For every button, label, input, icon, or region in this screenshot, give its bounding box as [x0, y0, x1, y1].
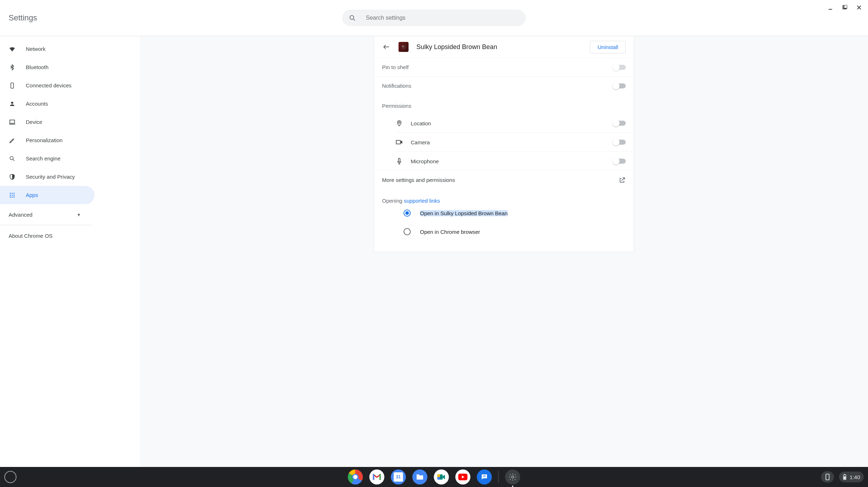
- more-settings-label: More settings and permissions: [382, 177, 455, 183]
- uninstall-button[interactable]: Uninstall: [590, 41, 626, 53]
- pin-to-shelf-label: Pin to shelf: [382, 64, 409, 70]
- status-tray[interactable]: 1:40: [839, 472, 864, 482]
- radio-button[interactable]: [404, 209, 411, 217]
- close-button[interactable]: [855, 4, 863, 11]
- camera-toggle[interactable]: [614, 140, 626, 145]
- phone-icon: [9, 82, 16, 89]
- sidebar: Network Bluetooth Connected devices Acco…: [0, 36, 140, 467]
- location-toggle[interactable]: [614, 121, 626, 126]
- shelf-app-messages[interactable]: [477, 469, 492, 484]
- apps-grid-icon: [9, 192, 16, 199]
- minimize-button[interactable]: [826, 4, 834, 11]
- sidebar-item-label: Personalization: [26, 137, 63, 143]
- svg-point-15: [14, 193, 15, 194]
- shelf-app-gmail[interactable]: [369, 469, 385, 484]
- sidebar-item-security-privacy[interactable]: Security and Privacy: [0, 168, 95, 186]
- svg-point-17: [12, 194, 13, 196]
- about-chrome-os[interactable]: About Chrome OS: [0, 225, 140, 246]
- shelf-app-calendar[interactable]: 31: [391, 469, 406, 484]
- permission-location-label: Location: [411, 120, 431, 126]
- back-button[interactable]: [382, 43, 391, 51]
- radio-open-in-chrome[interactable]: Open in Chrome browser: [382, 222, 626, 241]
- advanced-toggle[interactable]: Advanced ▼: [0, 204, 140, 225]
- svg-rect-37: [844, 476, 845, 479]
- sidebar-item-search-engine[interactable]: Search engine: [0, 149, 95, 168]
- search-icon: [9, 155, 16, 162]
- pencil-icon: [9, 137, 16, 144]
- external-link-icon: [619, 177, 626, 184]
- permissions-heading: Permissions: [374, 95, 634, 109]
- svg-point-20: [12, 196, 13, 197]
- svg-rect-2: [844, 5, 847, 8]
- sidebar-item-label: Network: [26, 46, 46, 52]
- radio-button[interactable]: [404, 228, 411, 235]
- svg-rect-36: [844, 474, 845, 475]
- bluetooth-icon: [9, 64, 16, 71]
- wifi-icon: [9, 45, 16, 53]
- svg-point-14: [12, 193, 13, 194]
- sidebar-item-label: Bluetooth: [26, 64, 48, 70]
- sidebar-item-connected-devices[interactable]: Connected devices: [0, 76, 95, 95]
- shelf-app-chrome[interactable]: [348, 469, 363, 484]
- header: Settings: [0, 0, 868, 36]
- shelf-app-files[interactable]: [412, 469, 428, 484]
- phone-hub-tray[interactable]: [821, 471, 834, 483]
- more-settings-row[interactable]: More settings and permissions: [374, 170, 634, 189]
- radio-open-in-app[interactable]: Open in Sulky Lopsided Brown Bean: [382, 204, 626, 222]
- svg-rect-34: [826, 474, 829, 480]
- sidebar-item-label: Connected devices: [26, 82, 72, 88]
- advanced-label: Advanced: [9, 212, 33, 218]
- pin-to-shelf-row: Pin to shelf: [374, 58, 634, 76]
- shelf-app-meet[interactable]: [434, 469, 449, 484]
- page-title: Settings: [9, 13, 37, 23]
- microphone-icon: [396, 158, 403, 165]
- svg-point-22: [402, 46, 404, 47]
- sidebar-item-device[interactable]: Device: [0, 113, 95, 131]
- svg-rect-28: [438, 474, 440, 477]
- search-box[interactable]: [342, 10, 526, 26]
- notifications-row: Notifications: [374, 76, 634, 95]
- notifications-toggle[interactable]: [614, 83, 626, 88]
- sidebar-item-label: Device: [26, 119, 42, 125]
- permission-location-row: Location: [374, 114, 634, 132]
- maximize-button[interactable]: [841, 4, 849, 11]
- sidebar-item-accounts[interactable]: Accounts: [0, 95, 95, 113]
- clock: 1:40: [850, 474, 860, 480]
- sidebar-item-label: Accounts: [26, 101, 48, 107]
- opening-links-section: Opening supported links Open in Sulky Lo…: [374, 189, 634, 252]
- svg-rect-24: [399, 158, 400, 162]
- about-label: About Chrome OS: [9, 233, 53, 239]
- microphone-toggle[interactable]: [614, 159, 626, 164]
- sidebar-item-bluetooth[interactable]: Bluetooth: [0, 58, 95, 76]
- svg-line-12: [13, 159, 14, 161]
- sidebar-item-personalization[interactable]: Personalization: [0, 131, 95, 149]
- opening-links-label: Opening supported links: [382, 198, 626, 204]
- shelf: 31 1:40: [0, 467, 868, 487]
- battery-icon: [843, 474, 847, 480]
- svg-point-8: [11, 102, 13, 104]
- radio-label: Open in Sulky Lopsided Brown Bean: [420, 210, 507, 216]
- svg-point-21: [14, 196, 15, 197]
- svg-rect-9: [10, 120, 14, 123]
- supported-links-link[interactable]: supported links: [404, 198, 440, 204]
- pin-to-shelf-toggle[interactable]: [614, 65, 626, 70]
- permission-camera-row: Camera: [374, 133, 634, 151]
- svg-point-18: [14, 194, 15, 196]
- shield-icon: [9, 173, 16, 180]
- permission-camera-label: Camera: [411, 139, 430, 145]
- search-input[interactable]: [366, 15, 519, 21]
- shelf-app-settings[interactable]: [505, 469, 520, 484]
- svg-rect-29: [438, 477, 440, 479]
- svg-rect-26: [380, 474, 381, 480]
- sidebar-item-network[interactable]: Network: [0, 40, 95, 58]
- launcher-button[interactable]: [4, 471, 16, 483]
- location-icon: [396, 120, 403, 127]
- person-icon: [9, 100, 16, 107]
- app-detail-header: Sulky Lopsided Brown Bean Uninstall: [374, 36, 634, 58]
- svg-point-33: [512, 476, 514, 478]
- svg-point-11: [10, 156, 13, 160]
- shelf-app-youtube[interactable]: [456, 469, 471, 484]
- svg-point-19: [10, 196, 11, 197]
- sidebar-item-apps[interactable]: Apps: [0, 186, 95, 204]
- sidebar-item-label: Search engine: [26, 155, 61, 161]
